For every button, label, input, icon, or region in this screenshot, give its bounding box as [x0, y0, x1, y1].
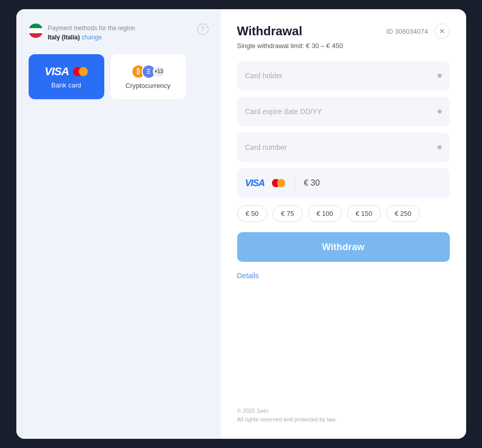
- footer-line2: All rights reserved and protected by law…: [237, 415, 337, 424]
- region-label: Payment methods for the region: [48, 25, 135, 32]
- quick-amount-250[interactable]: € 250: [386, 205, 420, 222]
- modal-container: Payment methods for the region Italy (It…: [16, 9, 466, 439]
- right-panel: Withdrawal ID 306034074 ✕ Single withdra…: [221, 9, 466, 439]
- quick-amount-50[interactable]: € 50: [237, 205, 267, 222]
- italy-flag-icon: [29, 24, 43, 38]
- header-right: ID 306034074 ✕: [386, 24, 450, 39]
- bank-card-method[interactable]: VISA Bank card: [29, 54, 104, 99]
- card-number-field[interactable]: Card number: [237, 132, 450, 162]
- visa-mastercard-row: VISA: [44, 65, 87, 78]
- card-holder-field[interactable]: Card holder: [237, 61, 450, 91]
- withdrawal-limit: Single withdrawal limit: € 30 – € 450: [237, 42, 450, 50]
- region-header: Payment methods for the region Italy (It…: [29, 24, 209, 42]
- card-holder-dot: [438, 74, 442, 78]
- footer: © 2025 1win All rights reserved and prot…: [237, 407, 337, 424]
- transaction-id: ID 306034074: [386, 28, 428, 35]
- region-text: Payment methods for the region Italy (It…: [48, 24, 135, 42]
- page-title: Withdrawal: [237, 24, 303, 38]
- card-holder-placeholder: Card holder: [245, 72, 283, 80]
- crypto-plus-badge: +13: [153, 65, 165, 78]
- card-expire-placeholder: Card expire date DD/YY: [245, 107, 322, 116]
- quick-amount-100[interactable]: € 100: [308, 205, 342, 222]
- help-button[interactable]: ?: [197, 24, 209, 35]
- amount-mastercard-icon: [272, 179, 285, 187]
- mastercard-icon: [73, 67, 88, 76]
- quick-amount-75[interactable]: € 75: [272, 205, 303, 222]
- card-number-placeholder: Card number: [245, 143, 287, 151]
- quick-amounts-row: € 50 € 75 € 100 € 150 € 250: [237, 205, 450, 222]
- right-header: Withdrawal ID 306034074 ✕: [237, 24, 450, 39]
- region-info: Payment methods for the region Italy (It…: [29, 24, 135, 42]
- crypto-label: Cryptocurrency: [125, 82, 170, 89]
- amount-value: € 30: [304, 178, 320, 188]
- footer-line1: © 2025 1win: [237, 407, 337, 416]
- card-expire-field[interactable]: Card expire date DD/YY: [237, 97, 450, 126]
- card-expire-dot: [438, 109, 442, 114]
- crypto-method[interactable]: ₿ Ξ +13 Cryptocurrency: [110, 54, 186, 99]
- details-link[interactable]: Details: [237, 272, 259, 280]
- bank-card-label: Bank card: [51, 81, 81, 89]
- visa-logo-icon: VISA: [44, 65, 68, 78]
- left-panel: Payment methods for the region Italy (It…: [16, 9, 221, 439]
- amount-visa-logo: VISA: [245, 178, 265, 189]
- payment-methods: VISA Bank card ₿ Ξ +13 Cryptocurrency: [29, 54, 209, 99]
- region-name: Italy (Italia): [48, 34, 80, 41]
- amount-field[interactable]: VISA € 30: [237, 168, 450, 198]
- region-change-link[interactable]: change: [82, 34, 102, 41]
- card-number-dot: [438, 145, 442, 149]
- quick-amount-150[interactable]: € 150: [347, 205, 381, 222]
- amount-divider: [294, 176, 295, 190]
- crypto-icons-row: ₿ Ξ +13: [131, 64, 165, 79]
- close-button[interactable]: ✕: [434, 24, 450, 39]
- withdraw-button[interactable]: Withdraw: [237, 232, 450, 262]
